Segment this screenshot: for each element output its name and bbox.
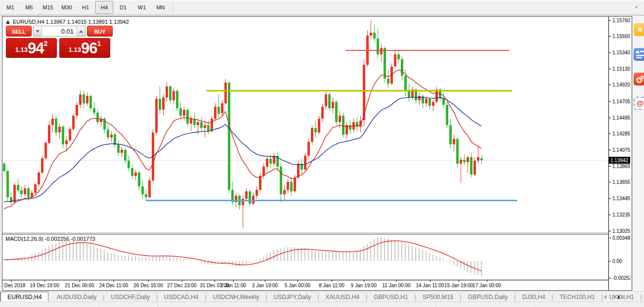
chart-tab-gbpusd-daily[interactable]: GBPUSD,Daily [462, 292, 515, 302]
weibo-icon[interactable] [634, 73, 644, 86]
timeframe-button-m5[interactable]: M5 [20, 1, 38, 14]
candlestick [17, 179, 19, 193]
sell-price-panel[interactable]: 1.13942 [6, 38, 57, 58]
macd-axis-label: -0.00253 [612, 275, 631, 281]
buy-button[interactable]: BUY [87, 26, 113, 37]
tab-scroll-right[interactable] [616, 294, 622, 300]
timeframe-button-w1[interactable]: W1 [133, 1, 151, 14]
macd-histogram-bar [474, 261, 475, 274]
macd-histogram-bar [66, 240, 67, 261]
tab-scroll-left[interactable] [602, 294, 608, 300]
macd-histogram-bar [329, 252, 330, 261]
macd-histogram-bar [38, 252, 39, 261]
macd-histogram-bar [55, 243, 56, 261]
candlestick [138, 171, 140, 190]
macd-histogram-bar [367, 244, 368, 261]
candlestick [387, 70, 389, 88]
chart-tab-bar: EURUSD,H4|AUDUSD,Daily|USDCHF,Daily|USDC… [0, 291, 644, 302]
news-feed-icon[interactable] [634, 48, 644, 61]
candlestick [318, 116, 320, 134]
timeframe-button-m30[interactable]: M30 [58, 1, 76, 14]
candlestick [470, 153, 472, 177]
macd-histogram-bar [353, 251, 354, 261]
candlestick [72, 114, 75, 132]
chart-tab-eurusd-h4[interactable]: EURUSD,H4 [0, 292, 48, 302]
chart-tab-sp500-m15[interactable]: SP500,M15 [416, 292, 460, 302]
candlestick [214, 103, 216, 121]
timeframe-button-m1[interactable]: M1 [1, 1, 19, 14]
date-axis-label: 17 Jan 00:00 [472, 283, 501, 288]
candlestick [79, 90, 82, 108]
sell-price-big: 94 [28, 41, 43, 56]
buy-price-big: 96 [81, 41, 97, 56]
candlestick [262, 164, 265, 179]
macd-histogram-bar [190, 261, 191, 261]
chart-tab-u[interactable]: U [642, 292, 644, 302]
chart-tab-gbpusd-h1[interactable]: GBPUSD,H1 [367, 292, 414, 302]
price-axis-label: 1.14705 [612, 99, 631, 104]
macd-histogram-bar [62, 241, 63, 262]
macd-histogram-bar [21, 258, 22, 261]
timeframe-button-h1[interactable]: H1 [77, 1, 94, 14]
macd-histogram-bar [308, 250, 309, 261]
timeframe-button-h4[interactable]: H4 [95, 1, 113, 14]
macd-histogram-bar [218, 261, 219, 264]
date-axis-label: 21 Dec 00:00 [65, 283, 94, 288]
favorites-icon[interactable]: ★ [634, 23, 644, 36]
price-axis-label: 1.15760 [612, 18, 631, 23]
chart-tab-usdcad-h4[interactable]: USDCAD,H4 [158, 292, 205, 302]
candlestick [134, 170, 137, 180]
chart-tab-usdjpy-daily[interactable]: USDJPY,Daily [267, 292, 318, 302]
candlestick [166, 82, 168, 102]
chart-tab-usdcnh-weekly[interactable]: USDCNH,Weekly [207, 292, 266, 302]
chart-tab-dj30-h4[interactable]: DJ30,H4 [515, 292, 552, 302]
macd-histogram-bar [225, 261, 226, 263]
volume-decrease-button[interactable] [34, 26, 42, 36]
chart-expand-icon[interactable] [6, 20, 10, 24]
volume-input[interactable] [42, 26, 77, 36]
macd-histogram-bar [107, 252, 108, 261]
status-separator [257, 303, 258, 307]
macd-histogram-bar [405, 244, 406, 261]
macd-histogram-bar [14, 259, 15, 261]
candlestick [332, 97, 334, 114]
price-axis-label: 1.13235 [612, 212, 631, 218]
chart-tab-usdchf-daily[interactable]: USDCHF,Daily [104, 292, 156, 302]
buy-price-panel[interactable]: 1.13961 [59, 38, 110, 58]
timeframe-button-mn[interactable]: MN [152, 1, 170, 14]
macd-histogram-bar [457, 261, 458, 267]
candlestick [186, 108, 189, 127]
timeframe-button-d1[interactable]: D1 [114, 1, 132, 14]
macd-histogram-bar [343, 252, 343, 261]
macd-histogram-bar [336, 252, 337, 261]
status-separator [337, 303, 338, 307]
macd-histogram-bar [159, 256, 160, 261]
candlestick [449, 119, 452, 148]
candlestick [93, 102, 95, 116]
macd-histogram-bar [211, 261, 212, 265]
chart-tab-tech100-h1[interactable]: TECH100,H1 [553, 292, 601, 302]
candlestick [408, 84, 410, 102]
chart-tab-xauusd-h4[interactable]: XAUUSD,H4 [319, 292, 366, 302]
macd-histogram-bar [346, 252, 347, 261]
toolbar-overflow-icon[interactable]: ‹ [633, 3, 640, 11]
chart-tab-audusd-daily[interactable]: AUDUSD,Daily [50, 292, 103, 302]
candlestick [335, 100, 338, 125]
macd-histogram-bar [183, 259, 184, 261]
candlestick [301, 159, 303, 174]
price-axis-label: 1.13865 [612, 164, 631, 169]
candlestick [480, 155, 483, 164]
macd-histogram-bar [90, 245, 91, 261]
mail-icon[interactable]: @ [634, 97, 644, 110]
date-axis-label: 9 Jan 19:00 [351, 283, 377, 288]
volume-increase-button[interactable] [77, 26, 85, 36]
sell-button[interactable]: SELL [6, 26, 32, 37]
candlestick [58, 124, 61, 139]
macd-histogram-bar [149, 257, 150, 261]
buy-price-sup: 1 [97, 40, 101, 47]
buy-price-prefix: 1.13 [69, 44, 81, 56]
macd-histogram-bar [325, 252, 326, 261]
timeframe-button-m15[interactable]: M15 [39, 1, 57, 14]
macd-histogram-bar [97, 248, 98, 261]
macd-histogram-bar [176, 258, 177, 261]
